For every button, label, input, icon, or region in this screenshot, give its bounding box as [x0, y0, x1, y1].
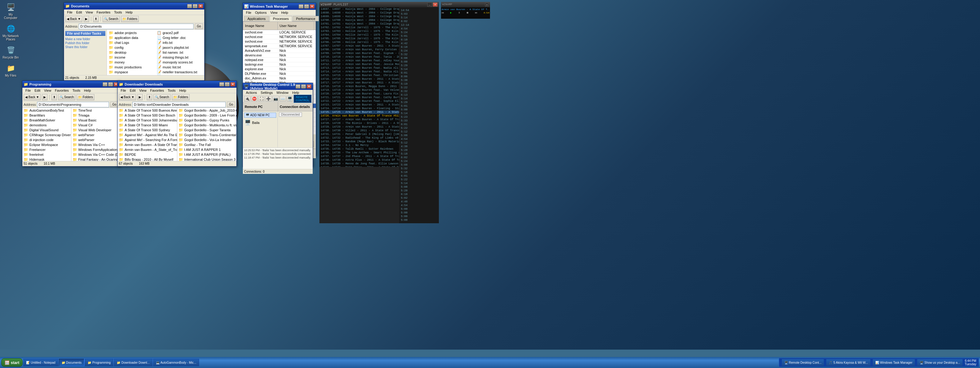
winamp-track-item[interactable]: 14700. 14700 - Kainja West - 2004 - Coll… [320, 18, 399, 22]
prog-file-item[interactable]: 📁Windows Via C++ [72, 142, 120, 147]
dl-file-item[interactable]: 📁Billy Bragg - 2010 - All By Myself [118, 157, 177, 161]
documents-menu-help[interactable]: Help [124, 10, 134, 15]
dl-file-item[interactable]: 📁Armin van Buuren - A_State_of_Trance_Ep… [118, 147, 177, 152]
desktop-icon-my-files[interactable]: 📁 My Files [2, 62, 20, 78]
dl-right-file-item[interactable]: 📁I AM JUST A RAPPER (FINAL) [177, 152, 237, 157]
taskbar-item-autogammon[interactable]: 💻 AutoGammonBody - Mic... [153, 359, 199, 366]
file-item[interactable]: 📝missing things.txt [156, 55, 204, 60]
documents-back-btn[interactable]: ◀ Back ▼ [65, 16, 83, 22]
dl-right-file-item[interactable]: 📁Gogol Bordello - Multikonta.ru ft. vs. … [177, 123, 237, 128]
winamp-track-item[interactable]: 14723. 14723 - Armin van Buuren - 2011 -… [320, 103, 399, 107]
desktop-icon-my-network[interactable]: 🌐 My Network Places [2, 23, 20, 42]
dl-file-item[interactable]: 📁Armin van Buuren - A State Of Trance 20… [118, 142, 177, 147]
taskmanager-menu-view[interactable]: View [269, 10, 280, 15]
winamp-prev-btn[interactable]: ⏮ [442, 11, 444, 14]
file-item[interactable]: 📋grace2.pdf [156, 30, 204, 35]
winamp-mini-titlebar[interactable]: WINAMP ✕ [441, 2, 490, 7]
winamp-track-item[interactable]: 14731. 14731 - Peter Gabriel 3 (Meling P… [320, 133, 399, 136]
folder-item[interactable]: 📁music productions [108, 65, 156, 70]
folder-item[interactable]: 📁application data [108, 35, 156, 40]
taskmanager-menu-file[interactable]: File [244, 10, 253, 15]
prog-folder-item[interactable]: 📁CRMrage Screencap Driver [22, 133, 71, 138]
winamp-mini-close-btn[interactable]: ✕ [485, 3, 489, 6]
prog-folder-item[interactable]: 📁Eclipse Workspace [22, 142, 71, 147]
winamp-close-btn[interactable]: ✕ [433, 2, 438, 7]
rd-disconnect-btn[interactable]: ⛔ [251, 96, 258, 101]
programming-menu-help[interactable]: Help [82, 88, 93, 93]
prog-folder-item[interactable]: 📁BreakMathSolver [22, 118, 71, 123]
remotedesktop-titlebar[interactable]: 🖥️ Remote Desktop Control 1.9 (Advisor M… [243, 83, 313, 90]
dl-file-item[interactable]: 📁A State Of Trance 500 Buenos Aires [118, 108, 177, 113]
programming-search-btn[interactable]: 🔍 Search [58, 94, 75, 100]
winamp-track-item[interactable]: 14738. 14738 - Astra Flux - 2011 - A Sta… [320, 158, 399, 162]
documents-menu-tools[interactable]: Tools [112, 10, 124, 15]
programming-folders-btn[interactable]: 📁 Folders [76, 94, 94, 100]
winamp-track-item[interactable]: 14719. 14719 - Armin van Buuren feat. Va… [320, 88, 399, 92]
folder-item[interactable]: 📁myspace [108, 70, 156, 75]
taskmanager-maximize-btn[interactable]: □ [304, 4, 309, 9]
documents-go-btn[interactable]: Go [195, 24, 203, 29]
prog-file-item[interactable]: 📁Windows Via C++ Code (December 1, 2007) [72, 152, 120, 157]
downloader-menu-edit[interactable]: Edit [128, 88, 137, 93]
prog-folder-item[interactable]: 📁Hidemask [22, 157, 71, 161]
winamp-track-item[interactable]: 14707. 14707 - Armin van Buuren - 2011 -… [320, 44, 399, 48]
dl-file-item[interactable]: 📁A State Of Trance 500 Sydney [118, 128, 177, 133]
winamp-track-item[interactable]: 14717. 14717 - Armin van Buuren - 2011 -… [320, 81, 399, 85]
rd-addpc-btn[interactable]: ➕ [265, 96, 272, 101]
folder-item[interactable]: 📁PeerGuardian Logs [108, 75, 156, 75]
downloader-address-input[interactable] [132, 102, 225, 107]
rd-remote-control-btn[interactable]: 🖥️ [286, 96, 293, 101]
winamp-track-item[interactable]: 14709. 14709 - Armin van Buuren feat. Si… [320, 51, 399, 55]
process-row[interactable]: svchost.exe NETWORK SERVICE 0 00 4,524 K [243, 39, 316, 44]
documents-titlebar[interactable]: 📁 Documents _ □ ✕ [64, 3, 204, 10]
winamp-play-btn[interactable]: ▶ [450, 11, 452, 14]
winamp-track-item[interactable]: 14699. 14699 - Kainja West - 2004 - Coll… [320, 15, 399, 18]
dl-right-file-item[interactable]: 📁International Club Union Season 3 - 199… [177, 157, 237, 161]
file-item[interactable]: 📝neteller transactions.txt [156, 70, 204, 75]
prog-file-item[interactable]: 📁Trivaga [72, 113, 120, 118]
dl-file-item[interactable]: 📁A State Of Trance 500 Den Bosch [118, 113, 177, 118]
programming-menu-favorites[interactable]: Favorites [53, 88, 70, 93]
documents-close-btn[interactable]: ✕ [198, 4, 203, 8]
prog-folder-item[interactable]: 📁freetelnet [22, 152, 71, 157]
dl-right-file-item[interactable]: 📁Gogol Bordello - Super Taranta [177, 128, 237, 133]
winamp-pause-btn[interactable]: ⏸ [458, 11, 460, 14]
rd-add-new-pc-btn[interactable]: 🖥️ ADD NEW PC [244, 112, 276, 118]
downloader-go-btn[interactable]: Go [227, 102, 235, 107]
prog-file-item[interactable]: 📁Windows FormApplication1 [72, 147, 120, 152]
folder-item[interactable]: 📁desktop [108, 50, 156, 55]
programming-forward-btn[interactable]: ▶ [42, 94, 48, 100]
winamp-track-item[interactable]: 14712. 14712 - Armin van Buuren feat. Je… [320, 62, 399, 66]
remotedesktop-maximize-btn[interactable]: □ [301, 84, 306, 89]
col-image-name[interactable]: Image Name [243, 22, 278, 30]
winamp-track-item[interactable]: 14725. 14725 - Armin van Buuren - 2011 -… [320, 110, 399, 114]
programming-menu-file[interactable]: File [24, 88, 33, 93]
winamp-track-item[interactable]: 14728. 14728 - The Bionix - Drives - 201… [320, 122, 399, 125]
folder-item[interactable]: 📁money [108, 60, 156, 65]
dl-file-item[interactable]: 📁BEPDE [118, 152, 177, 157]
dl-right-file-item[interactable]: 📁Gorillaz - The Fall [177, 142, 237, 147]
folder-item[interactable]: 📁income [108, 55, 156, 60]
prog-folder-item[interactable]: 📁di injection code [22, 138, 71, 142]
process-row[interactable]: notepad.exe Nick 0 00 1,548 K [243, 58, 316, 62]
downloader-maximize-btn[interactable]: □ [225, 82, 230, 86]
winamp-track-item[interactable]: 14708. 14708 - Armin van Buuren, Ferry C… [320, 48, 399, 51]
documents-menu-edit[interactable]: Edit [75, 10, 84, 15]
remotedesktop-close-btn[interactable]: ✕ [307, 84, 312, 89]
documents-maximize-btn[interactable]: □ [192, 4, 197, 8]
downloader-search-btn[interactable]: 🔍 Search [153, 94, 170, 100]
winamp-track-item[interactable]: 14720. 14720 - Armin van Buuren feat. La… [320, 92, 399, 96]
prog-file-item[interactable]: 📁Visual C# [72, 123, 120, 128]
col-user-name[interactable]: User Name [277, 22, 314, 30]
downloader-menu-view[interactable]: View [137, 88, 148, 93]
process-row[interactable]: svchost.exe NETWORK SERVICE 0 00 4,524 K [243, 35, 316, 39]
downloader-close-btn[interactable]: ✕ [230, 82, 235, 86]
winamp-track-item[interactable]: 14736. 14736 - The Low Anthem - Smart Ph… [320, 151, 399, 155]
programming-back-btn[interactable]: ◀ Back ▼ [24, 94, 41, 100]
winamp-track-item[interactable]: 14713. 14713 - Armin van Buuren feat. Na… [320, 66, 399, 70]
winamp-track-item[interactable]: 14706. 14706 - Kellie Jarroll - 1975 - T… [320, 40, 399, 44]
desktop-icon-recycle-bin[interactable]: 🗑️ Recycle Bin [2, 45, 20, 60]
taskbar-item-downloader[interactable]: 📁 Downloader Downl... [114, 359, 152, 366]
winamp-track-item[interactable]: 14732. 14732 - Radiohead - The King of L… [320, 136, 399, 140]
documents-make-folder[interactable]: Make a new folder [65, 37, 105, 41]
